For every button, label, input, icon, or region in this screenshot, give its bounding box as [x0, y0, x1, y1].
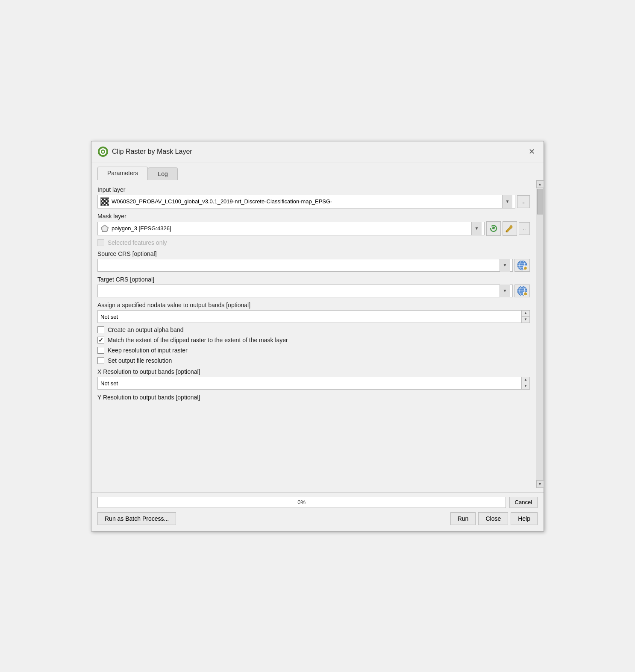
target-crs-label: Target CRS [optional] [97, 276, 530, 283]
source-crs-label: Source CRS [optional] [97, 250, 530, 257]
bottom-row: Run as Batch Process... Run Close Help [97, 512, 538, 525]
source-crs-row [97, 259, 530, 272]
bottom-space [97, 402, 530, 488]
nodata-spinner-up[interactable]: ▲ [522, 311, 529, 317]
titlebar-left: Clip Raster by Mask Layer [97, 146, 192, 157]
svg-rect-6 [98, 151, 100, 152]
nodata-value[interactable]: Not set [97, 310, 521, 323]
content-area: Input layer W060S20_PROBAV_LC100_global_… [91, 180, 544, 531]
params-scroll-wrapper: Input layer W060S20_PROBAV_LC100_global_… [91, 180, 544, 488]
x-resolution-spinner-down[interactable]: ▼ [522, 383, 529, 389]
input-layer-select-inner: W060S20_PROBAV_LC100_global_v3.0.1_2019-… [100, 197, 502, 206]
target-crs-globe-button[interactable] [514, 285, 530, 297]
keep-resolution-row: Keep resolution of input raster [97, 347, 530, 354]
set-output-res-label: Set output file resolution [108, 357, 172, 364]
x-resolution-value[interactable]: Not set [97, 377, 521, 390]
alpha-band-checkbox[interactable] [97, 326, 104, 333]
svg-rect-7 [106, 151, 108, 152]
run-button[interactable]: Run [450, 512, 476, 525]
svg-point-3 [102, 150, 104, 153]
titlebar: Clip Raster by Mask Layer ✕ [91, 141, 544, 162]
close-button[interactable]: Close [478, 512, 508, 525]
input-layer-value: W060S20_PROBAV_LC100_global_v3.0.1_2019-… [112, 198, 332, 205]
refresh-icon [489, 224, 498, 233]
window-close-button[interactable]: ✕ [526, 146, 538, 158]
wrench-icon [505, 224, 514, 233]
input-layer-select[interactable]: W060S20_PROBAV_LC100_global_v3.0.1_2019-… [97, 195, 515, 208]
selected-features-row: Selected features only [97, 239, 530, 246]
mask-layer-row: polygon_3 [EPSG:4326] [97, 221, 530, 236]
alpha-band-row: Create an output alpha band [97, 326, 530, 333]
scroll-down-button[interactable]: ▼ [536, 480, 544, 488]
svg-rect-5 [103, 155, 103, 157]
mask-layer-value: polygon_3 [EPSG:4326] [112, 225, 171, 232]
scroll-up-button[interactable]: ▲ [536, 180, 544, 188]
progress-bar-container: 0% [97, 497, 506, 508]
cancel-button[interactable]: Cancel [509, 497, 538, 508]
nodata-label: Assign a specified nodata value to outpu… [97, 302, 530, 308]
target-crs-dropdown[interactable] [500, 285, 510, 297]
x-resolution-spinner: Not set ▲ ▼ [97, 377, 530, 390]
match-extent-checkbox[interactable]: ✓ [97, 337, 104, 343]
batch-process-button[interactable]: Run as Batch Process... [97, 512, 176, 525]
mask-layer-select[interactable]: polygon_3 [EPSG:4326] [97, 222, 485, 235]
alpha-band-label: Create an output alpha band [108, 326, 183, 333]
mask-layer-wrench-button[interactable] [503, 221, 517, 236]
input-layer-ellipsis-button[interactable]: ... [517, 195, 530, 208]
progress-row: 0% Cancel [97, 497, 538, 508]
source-crs-dropdown[interactable] [500, 259, 510, 272]
nodata-spinner-input: Not set ▲ ▼ [97, 310, 530, 323]
svg-marker-9 [101, 225, 108, 232]
input-layer-dropdown-arrow[interactable] [502, 195, 512, 208]
svg-point-11 [506, 231, 507, 232]
x-resolution-spinner-up[interactable]: ▲ [522, 377, 529, 384]
input-layer-row: W060S20_PROBAV_LC100_global_v3.0.1_2019-… [97, 195, 530, 208]
nodata-spinner-btns: ▲ ▼ [521, 310, 530, 323]
globe-crs-icon [516, 259, 528, 271]
help-button[interactable]: Help [511, 512, 538, 525]
polygon-icon [100, 224, 109, 233]
tab-log[interactable]: Log [148, 167, 177, 180]
match-extent-row: ✓ Match the extent of the clipped raster… [97, 337, 530, 343]
target-crs-select[interactable] [97, 285, 513, 297]
scrollbar-track: ▲ ▼ [536, 180, 544, 488]
progress-text: 0% [297, 499, 306, 505]
tab-parameters[interactable]: Parameters [97, 167, 148, 180]
set-output-res-row: Set output file resolution [97, 357, 530, 364]
window-title: Clip Raster by Mask Layer [112, 148, 192, 156]
match-extent-label: Match the extent of the clipped raster t… [108, 337, 288, 343]
input-layer-label: Input layer [97, 186, 530, 193]
globe-crs-icon-2 [516, 285, 528, 297]
target-crs-row [97, 285, 530, 297]
mask-layer-refresh-button[interactable] [486, 221, 501, 236]
mask-layer-label: Mask layer [97, 213, 530, 220]
nodata-spinner-down[interactable]: ▼ [522, 317, 529, 323]
mask-layer-dropdown-arrow[interactable] [471, 222, 482, 235]
y-resolution-label: Y Resolution to output bands [optional] [97, 394, 530, 401]
keep-resolution-label: Keep resolution of input raster [108, 347, 188, 354]
x-resolution-label: X Resolution to output bands [optional] [97, 368, 530, 375]
footer-area: 0% Cancel Run as Batch Process... Run Cl… [91, 492, 544, 531]
mask-layer-more-button[interactable]: .. [519, 222, 530, 235]
selected-features-checkbox[interactable] [97, 239, 104, 246]
params-scroll-content: Input layer W060S20_PROBAV_LC100_global_… [91, 180, 536, 488]
mask-layer-select-inner: polygon_3 [EPSG:4326] [100, 224, 471, 233]
mask-layer-more-label: .. [523, 226, 526, 232]
x-resolution-spinner-btns: ▲ ▼ [521, 377, 530, 390]
svg-rect-4 [103, 147, 103, 148]
action-buttons: Run Close Help [450, 512, 538, 525]
source-crs-globe-button[interactable] [514, 259, 530, 272]
source-crs-select[interactable] [97, 259, 513, 272]
qgis-logo-icon [97, 146, 109, 157]
scroll-thumb[interactable] [537, 189, 543, 214]
main-window: Clip Raster by Mask Layer ✕ Parameters L… [91, 141, 544, 531]
tabs-container: Parameters Log [91, 162, 544, 180]
keep-resolution-checkbox[interactable] [97, 347, 104, 354]
raster-icon [100, 197, 109, 206]
set-output-res-checkbox[interactable] [97, 357, 104, 364]
selected-features-label: Selected features only [108, 239, 167, 246]
